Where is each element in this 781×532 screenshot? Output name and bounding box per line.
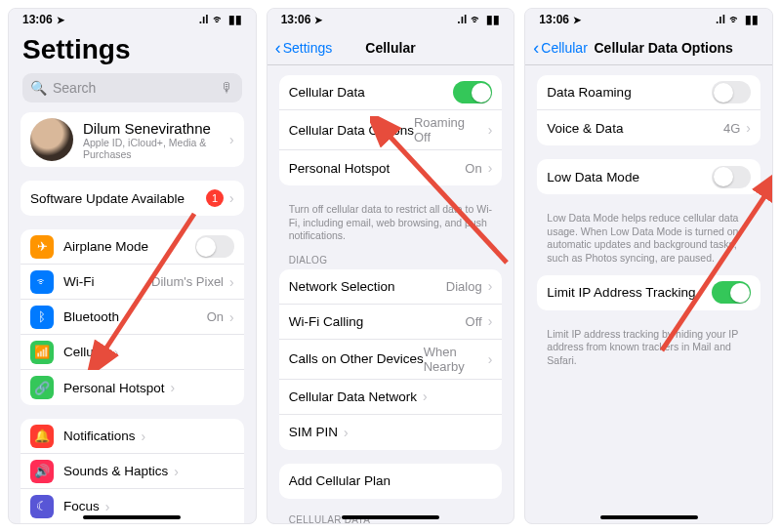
add-cellular-plan-row[interactable]: Add Cellular Plan [279, 464, 503, 499]
search-input[interactable]: 🔍 Search 🎙 [22, 73, 242, 102]
home-indicator[interactable] [342, 515, 439, 519]
data-roaming-row[interactable]: Data Roaming [537, 75, 760, 110]
signal-icon: .ıl [199, 13, 209, 26]
sim-pin-row[interactable]: SIM PIN › [279, 415, 503, 450]
low-data-mode-row[interactable]: Low Data Mode [537, 159, 760, 194]
bluetooth-row[interactable]: ᛒ Bluetooth On › [21, 300, 244, 335]
cellular-data-row[interactable]: Cellular Data [279, 75, 503, 110]
software-update-label: Software Update Available [30, 191, 185, 206]
airplane-mode-row[interactable]: ✈ Airplane Mode [21, 229, 244, 265]
airplane-toggle[interactable] [195, 235, 234, 258]
personal-hotspot-row[interactable]: Personal Hotspot On › [279, 150, 503, 185]
profile-sub: Apple ID, iCloud+, Media & Purchases [83, 137, 224, 160]
focus-icon: ☾ [30, 495, 54, 518]
airplane-icon: ✈ [30, 235, 54, 259]
voice-data-value: 4G [723, 121, 740, 136]
search-icon: 🔍 [30, 80, 47, 96]
chevron-right-icon: › [488, 160, 493, 176]
cellular-scroll[interactable]: Cellular Data Cellular Data Options Roam… [267, 65, 514, 523]
calls-other-value: When Nearby [424, 345, 482, 374]
sounds-row[interactable]: 🔊 Sounds & Haptics › [21, 454, 244, 489]
sim-pin-label: SIM PIN [289, 425, 338, 439]
page-title: Settings [9, 30, 256, 73]
notifications-icon: 🔔 [30, 425, 54, 448]
wifi-calling-label: Wi-Fi Calling [289, 314, 364, 329]
back-label: Settings [283, 40, 333, 56]
wifi-icon: ᯤ [213, 13, 225, 26]
wifi-calling-value: Off [466, 314, 482, 329]
chevron-right-icon: › [488, 351, 493, 367]
chevron-right-icon: › [344, 425, 349, 440]
status-bar: 13:06 ➤ .ıl ᯤ ▮▮ [267, 9, 514, 30]
notifications-row[interactable]: 🔔 Notifications › [21, 419, 244, 454]
mic-icon[interactable]: 🎙 [221, 80, 234, 96]
chevron-right-icon: › [105, 499, 110, 514]
home-indicator[interactable] [600, 515, 698, 519]
search-placeholder: Search [53, 80, 96, 96]
sounds-label: Sounds & Haptics [63, 464, 168, 478]
chevron-right-icon: › [423, 389, 428, 404]
data-roaming-label: Data Roaming [547, 85, 631, 100]
nav-bar: ‹ Settings Cellular [267, 30, 514, 65]
network-selection-row[interactable]: Network Selection Dialog › [279, 269, 503, 305]
nav-bar: ‹ Cellular Cellular Data Options [525, 30, 772, 65]
low-data-label: Low Data Mode [547, 170, 639, 184]
cellular-data-network-row[interactable]: Cellular Data Network › [279, 380, 503, 415]
data-roaming-toggle[interactable] [712, 81, 751, 103]
airplane-label: Airplane Mode [63, 239, 148, 254]
wifi-row[interactable]: ᯤ Wi-Fi Dilum's Pixel › [21, 265, 244, 300]
profile-row[interactable]: Dilum Senevirathne Apple ID, iCloud+, Me… [21, 112, 244, 167]
avatar [30, 118, 73, 161]
low-data-toggle[interactable] [712, 166, 751, 188]
chevron-right-icon: › [488, 313, 493, 329]
cellular-row[interactable]: 📶 Cellular › [21, 335, 244, 370]
back-button[interactable]: ‹ Cellular [533, 39, 587, 57]
hotspot-label: Personal Hotspot [289, 161, 390, 176]
settings-scroll[interactable]: 🔍 Search 🎙 Dilum Senevirathne Apple ID, … [9, 73, 256, 523]
cellular-data-options-row[interactable]: Cellular Data Options Roaming Off › [279, 110, 503, 150]
options-scroll[interactable]: Data Roaming Voice & Data 4G › Low Data … [525, 65, 772, 523]
hotspot-value: On [465, 161, 481, 176]
network-selection-value: Dialog [446, 279, 482, 294]
wifi-icon: ᯤ [30, 270, 54, 294]
screen-settings: 13:06 ➤ .ıl ᯤ ▮▮ Settings 🔍 Search 🎙 Dil… [8, 8, 257, 524]
hotspot-icon: 🔗 [30, 376, 54, 399]
chevron-right-icon: › [229, 132, 234, 147]
wifi-icon: ᯤ [729, 13, 741, 26]
battery-icon: ▮▮ [486, 13, 500, 26]
voice-data-label: Voice & Data [547, 121, 623, 136]
status-bar: 13:06 ➤ .ıl ᯤ ▮▮ [9, 9, 256, 30]
limit-ip-tracking-row[interactable]: Limit IP Address Tracking [537, 275, 760, 310]
screen-cellular-data-options: 13:06 ➤ .ıl ᯤ ▮▮ ‹ Cellular Cellular Dat… [524, 8, 773, 524]
network-selection-label: Network Selection [289, 279, 395, 294]
back-button[interactable]: ‹ Settings [275, 39, 333, 57]
bluetooth-icon: ᛒ [30, 306, 54, 329]
limit-ip-toggle[interactable] [712, 281, 751, 304]
add-plan-label: Add Cellular Plan [289, 473, 390, 488]
voice-data-row[interactable]: Voice & Data 4G › [537, 110, 760, 145]
limit-ip-label: Limit IP Address Tracking [547, 285, 695, 300]
status-time: 13:06 [22, 13, 53, 26]
cellular-icon: 📶 [30, 341, 54, 364]
chevron-right-icon: › [174, 464, 179, 479]
software-update-row[interactable]: Software Update Available 1 › [21, 181, 244, 216]
back-label: Cellular [541, 40, 587, 56]
battery-icon: ▮▮ [745, 13, 759, 26]
wifi-icon: ᯤ [471, 13, 482, 26]
profile-name: Dilum Senevirathne [83, 120, 224, 137]
home-indicator[interactable] [83, 515, 181, 519]
wifi-calling-row[interactable]: Wi-Fi Calling Off › [279, 305, 503, 340]
chevron-left-icon: ‹ [533, 39, 539, 57]
personal-hotspot-row[interactable]: 🔗 Personal Hotspot › [21, 370, 244, 405]
calls-other-devices-row[interactable]: Calls on Other Devices When Nearby › [279, 340, 503, 380]
cellular-data-options-label: Cellular Data Options [289, 123, 414, 138]
cellular-data-toggle[interactable] [453, 81, 492, 103]
chevron-left-icon: ‹ [275, 39, 281, 57]
screen-cellular: 13:06 ➤ .ıl ᯤ ▮▮ ‹ Settings Cellular Cel… [267, 8, 515, 524]
chevron-right-icon: › [171, 380, 176, 395]
signal-icon: .ıl [457, 13, 467, 26]
location-icon: ➤ [314, 15, 322, 25]
chevron-right-icon: › [488, 278, 493, 294]
wifi-label: Wi-Fi [63, 274, 94, 289]
cdn-label: Cellular Data Network [289, 389, 417, 404]
